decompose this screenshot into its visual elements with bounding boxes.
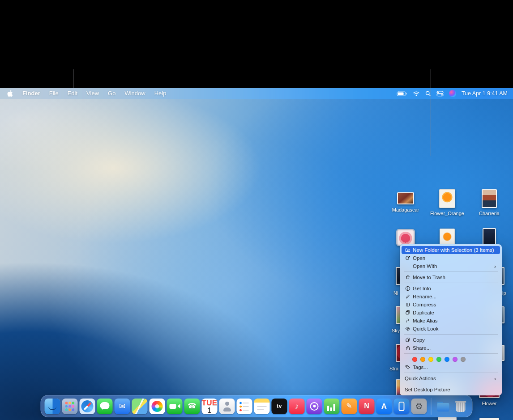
menubar-item-file[interactable]: File: [45, 90, 63, 97]
dock-trash-icon[interactable]: [453, 399, 469, 414]
desktop-icon-thumbnail[interactable]: [482, 189, 497, 208]
share-icon: [405, 345, 411, 351]
dock: ✉☎TUE1tv♪✎NA⚙: [41, 395, 473, 417]
dock-news-icon[interactable]: N: [359, 399, 375, 414]
dock-contacts-icon[interactable]: [219, 399, 235, 414]
menu-item-rename[interactable]: Rename...: [402, 293, 500, 301]
menu-separator: [404, 353, 498, 354]
menubar-item-finder[interactable]: Finder: [18, 90, 45, 97]
dock-maps-icon[interactable]: [132, 399, 148, 414]
menubar-item-window[interactable]: Window: [120, 90, 150, 97]
menu-item-move-to-trash[interactable]: Move to Trash: [402, 273, 500, 281]
menu-item-open[interactable]: Open: [402, 254, 500, 262]
desktop-icon-thumbnail[interactable]: [397, 192, 414, 204]
desktop-icon-label-partial: Ni: [393, 290, 398, 296]
menu-item-quick-look[interactable]: Quick Look: [402, 325, 500, 333]
menu-item-open-with[interactable]: Open With›: [402, 262, 500, 270]
siri-icon[interactable]: [449, 90, 456, 97]
menubar-item-view[interactable]: View: [82, 90, 103, 97]
dock-messages-icon[interactable]: [97, 399, 113, 414]
menu-item-icon-spacer: [405, 263, 411, 269]
desktop-icon-flower-bee[interactable]: Flower_Bee: [462, 418, 513, 420]
dock-facetime-icon[interactable]: [167, 399, 183, 414]
tag-red[interactable]: [412, 357, 417, 362]
callout-line-left: [73, 69, 73, 88]
menu-item-quick-actions[interactable]: Quick Actions›: [402, 374, 500, 382]
menu-item-label: Compress: [413, 302, 496, 307]
dock-separator: [431, 398, 432, 415]
dock-app-store-icon[interactable]: A: [376, 399, 392, 414]
menu-tags-row: [400, 355, 502, 363]
copy-icon: [405, 337, 411, 343]
dock-phone-icon[interactable]: ☎: [184, 399, 200, 414]
desktop-icon-label: Flower: [479, 400, 499, 407]
info-icon: [405, 286, 411, 291]
dock-downloads-folder-icon[interactable]: [436, 399, 451, 414]
desktop-icon-label-partial: Sky: [392, 328, 400, 333]
menu-item-make-alias[interactable]: Make Alias: [402, 317, 500, 325]
dock-photos-icon[interactable]: [150, 399, 165, 414]
menubar-item-edit[interactable]: Edit: [63, 90, 82, 97]
tag-yellow[interactable]: [428, 357, 433, 362]
dock-iphone-mirroring-icon[interactable]: [394, 399, 410, 414]
menubar-clock[interactable]: Tue Apr 1 9:41 AM: [462, 90, 508, 97]
dock-music-icon[interactable]: ♪: [289, 399, 305, 414]
menu-item-compress[interactable]: Compress: [402, 301, 500, 309]
desktop-icon-thumbnail[interactable]: [438, 417, 457, 420]
tag-orange[interactable]: [420, 357, 425, 362]
menu-separator: [404, 283, 498, 283]
menu-item-copy[interactable]: Copy: [402, 336, 500, 344]
desktop-icon-thumbnail[interactable]: [439, 189, 455, 208]
spotlight-search-icon[interactable]: [425, 91, 431, 97]
desktop-icon-thumbnail[interactable]: [396, 229, 415, 246]
menu-item-duplicate[interactable]: Duplicate: [402, 309, 500, 317]
dock-system-settings-icon[interactable]: ⚙: [411, 399, 427, 414]
alias-icon: [405, 318, 411, 323]
dock-mail-icon[interactable]: ✉: [115, 399, 130, 414]
dock-safari-icon[interactable]: [80, 399, 95, 414]
tag-purple[interactable]: [453, 357, 457, 362]
dock-pages-icon[interactable]: ✎: [342, 399, 357, 414]
menubar-item-go[interactable]: Go: [103, 90, 120, 97]
menu-item-label: Duplicate: [413, 310, 496, 315]
dock-launchpad-icon[interactable]: [62, 399, 78, 414]
battery-icon[interactable]: [397, 91, 407, 97]
desktop-icon-thumbnail[interactable]: [440, 229, 455, 246]
dock-notes-icon[interactable]: [254, 399, 270, 414]
desktop-icon-charreria[interactable]: Charreria: [462, 189, 513, 217]
dock-podcasts-icon[interactable]: [307, 399, 322, 414]
menubar-item-help[interactable]: Help: [150, 90, 171, 97]
dock-calendar-icon[interactable]: TUE1: [202, 399, 218, 414]
menu-separator: [404, 384, 498, 384]
app-store-glyph: A: [381, 403, 387, 410]
apple-menu-icon[interactable]: [0, 90, 18, 97]
control-center-icon[interactable]: [436, 91, 444, 97]
menu-item-new-folder-with-selection-3-items[interactable]: New Folder with Selection (3 Items): [402, 246, 500, 254]
menu-item-set-desktop-picture[interactable]: Set Desktop Picture: [402, 386, 500, 394]
callout-line-right: [431, 69, 431, 156]
menu-item-label: Quick Look: [413, 326, 496, 331]
desktop[interactable]: FinderFileEditViewGoWindowHelp Tue Apr 1…: [0, 88, 513, 420]
tag-gray[interactable]: [461, 357, 466, 362]
menu-separator: [404, 334, 498, 335]
menu-item-label: Get Info: [413, 286, 496, 291]
dock-reminders-icon[interactable]: [237, 399, 252, 414]
menu-bar-left: FinderFileEditViewGoWindowHelp: [0, 88, 171, 99]
news-glyph: N: [364, 403, 369, 410]
dock-finder-icon[interactable]: [45, 399, 60, 414]
desktop-icon-thumbnail[interactable]: [479, 418, 499, 420]
menu-item-label: Make Alias: [413, 318, 496, 323]
menu-item-tags[interactable]: Tags...: [402, 363, 500, 371]
wifi-icon[interactable]: [413, 91, 420, 96]
desktop-icon-label: Flower_Orange: [428, 210, 466, 217]
tag-green[interactable]: [436, 357, 441, 362]
tag-blue[interactable]: [445, 357, 449, 362]
menu-item-label: Open With: [413, 263, 492, 269]
dock-numbers-icon[interactable]: [324, 399, 340, 414]
calendar-weekday: TUE: [202, 399, 218, 407]
tag-icon: [405, 365, 411, 370]
menu-item-label: Tags...: [413, 365, 496, 370]
menu-item-get-info[interactable]: Get Info: [402, 284, 500, 293]
dock-tv-icon[interactable]: tv: [272, 399, 287, 414]
menu-item-share[interactable]: Share...: [402, 344, 500, 352]
